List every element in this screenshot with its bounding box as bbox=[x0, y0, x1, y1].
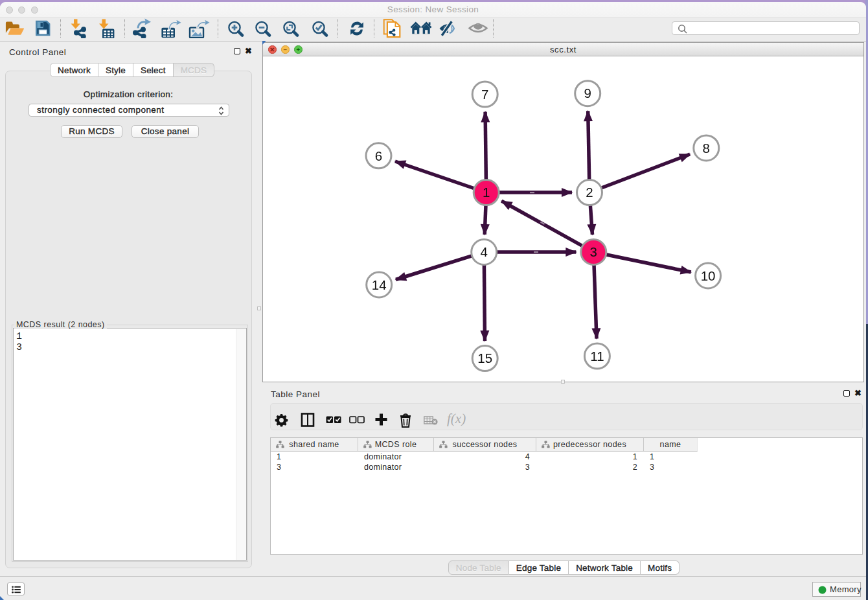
svg-text:15: 15 bbox=[477, 351, 492, 365]
svg-text:4: 4 bbox=[480, 244, 487, 259]
svg-text:14: 14 bbox=[372, 277, 387, 292]
svg-text:2: 2 bbox=[586, 185, 593, 200]
svg-text:7: 7 bbox=[481, 87, 488, 102]
svg-text:11: 11 bbox=[590, 349, 604, 363]
svg-text:8: 8 bbox=[703, 141, 710, 156]
svg-text:3: 3 bbox=[590, 244, 597, 259]
svg-text:6: 6 bbox=[375, 148, 382, 163]
svg-text:1: 1 bbox=[483, 185, 490, 200]
svg-text:9: 9 bbox=[584, 86, 591, 100]
svg-text:10: 10 bbox=[701, 268, 716, 283]
